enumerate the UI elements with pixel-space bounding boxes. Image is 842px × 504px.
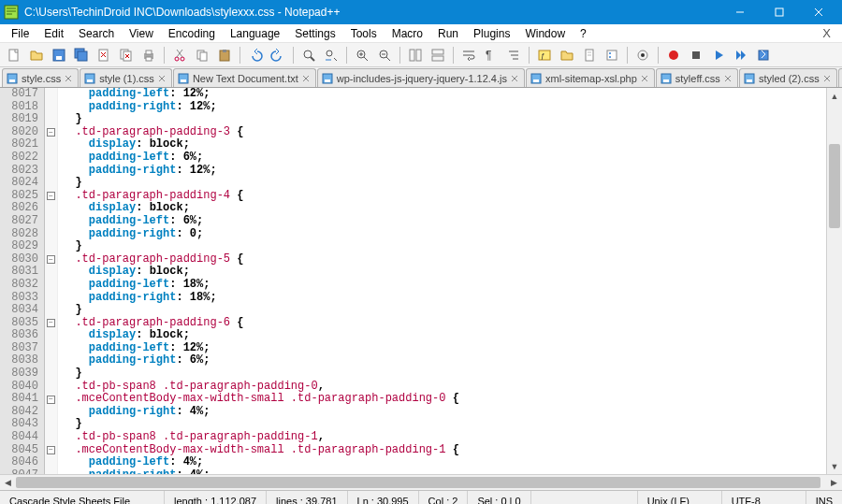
tab-close-icon[interactable] (65, 73, 72, 84)
save-all-icon[interactable] (71, 45, 92, 65)
menubar-close-icon[interactable]: X (815, 24, 838, 42)
menu-item-run[interactable]: Run (430, 25, 466, 42)
tabbar: style.cssstyle (1).cssNew Text Document.… (0, 67, 842, 88)
open-file-icon[interactable] (26, 45, 47, 65)
monitor-icon[interactable] (632, 45, 653, 65)
replace-icon[interactable] (321, 45, 341, 65)
menu-item-encoding[interactable]: Encoding (161, 25, 223, 42)
sync-hscroll-icon[interactable] (428, 45, 448, 65)
menu-item-search[interactable]: Search (71, 25, 122, 42)
svg-rect-27 (223, 50, 226, 52)
menu-item-tools[interactable]: Tools (343, 25, 385, 42)
sync-vscroll-icon[interactable] (405, 45, 426, 65)
vertical-scrollbar[interactable]: ▲ ▼ (826, 88, 842, 474)
svg-text:ƒ: ƒ (541, 51, 544, 60)
tab-close-icon[interactable] (823, 73, 831, 84)
undo-icon[interactable] (245, 45, 266, 65)
file-icon (178, 72, 189, 84)
svg-rect-18 (146, 50, 152, 54)
scroll-right-icon[interactable]: ▶ (826, 475, 842, 491)
paste-icon[interactable] (214, 45, 235, 65)
tab-label: styled (2).css (759, 73, 820, 84)
code-area[interactable]: padding-left: 12%; padding-right: 12%; }… (58, 88, 826, 474)
svg-rect-68 (181, 79, 186, 82)
file-icon (84, 72, 95, 84)
play-macro-icon[interactable] (708, 45, 729, 65)
function-list-icon[interactable] (602, 45, 622, 65)
show-all-chars-icon[interactable]: ¶ (481, 45, 501, 65)
scroll-up-icon[interactable]: ▲ (827, 88, 842, 104)
menu-item-window[interactable]: Window (517, 25, 573, 42)
tab-item[interactable]: style (1).css (80, 68, 172, 87)
svg-rect-2 (776, 8, 783, 16)
svg-rect-39 (416, 50, 421, 61)
find-icon[interactable] (298, 45, 319, 65)
svg-text:¶: ¶ (486, 49, 491, 62)
svg-point-30 (327, 50, 332, 56)
menu-item-plugins[interactable]: Plugins (466, 25, 517, 42)
fold-column[interactable]: −−−−−− (45, 88, 58, 474)
menu-item-settings[interactable]: Settings (287, 25, 342, 42)
zoom-out-icon[interactable] (374, 45, 395, 65)
toolbar-separator (164, 47, 165, 64)
close-all-icon[interactable] (116, 45, 137, 65)
menu-item-macro[interactable]: Macro (385, 25, 430, 42)
menu-item-language[interactable]: Language (223, 25, 287, 42)
hscroll-thumb[interactable] (16, 477, 820, 488)
save-macro-icon[interactable] (753, 45, 774, 65)
menu-item-edit[interactable]: Edit (36, 25, 71, 42)
minimize-button[interactable] (720, 0, 760, 24)
redo-icon[interactable] (268, 45, 288, 65)
tab-item[interactable]: New Text Document.txt (173, 68, 316, 87)
save-icon[interactable] (49, 45, 69, 65)
tab-label: style.css (22, 73, 61, 84)
svg-point-21 (181, 57, 184, 61)
tab-label: xml-sitemap-xsl.php (545, 73, 637, 84)
menu-item-file[interactable]: File (4, 25, 36, 42)
folder-as-workspace-icon[interactable] (557, 45, 577, 65)
stop-macro-icon[interactable] (686, 45, 706, 65)
menu-item-[interactable]: ? (573, 25, 594, 42)
menu-item-view[interactable]: View (122, 25, 161, 42)
status-lines: lines : 39,781 (267, 491, 347, 504)
scrollbar-thumb[interactable] (829, 144, 840, 228)
status-sel: Sel : 0 | 0 (468, 491, 530, 504)
zoom-in-icon[interactable] (352, 45, 372, 65)
tab-close-icon[interactable] (511, 73, 518, 84)
svg-point-53 (609, 56, 611, 58)
tab-close-icon[interactable] (158, 73, 166, 84)
tab-item[interactable]: styleff.css (656, 68, 738, 87)
tab-close-icon[interactable] (302, 73, 310, 84)
tab-item[interactable]: wp-includes-js-jquery-jquery-1.12.4.js (317, 68, 525, 87)
print-icon[interactable] (138, 45, 159, 65)
svg-rect-51 (607, 50, 617, 60)
maximize-button[interactable] (760, 0, 799, 24)
play-multi-icon[interactable] (731, 45, 751, 65)
tab-close-icon[interactable] (724, 73, 732, 84)
doc-map-icon[interactable] (579, 45, 600, 65)
tab-item[interactable]: styled (2).css (739, 68, 837, 87)
scroll-left-icon[interactable]: ◀ (0, 475, 16, 491)
horizontal-scrollbar[interactable]: ◀ ▶ (0, 474, 842, 490)
wordwrap-icon[interactable] (458, 45, 479, 65)
tab-item[interactable]: xml-sitemap-xsl.php (526, 68, 655, 87)
tab-item[interactable]: style.css (2, 68, 79, 87)
window-title: C:\Users\TechinDroid INC\Downloads\style… (24, 6, 720, 19)
svg-rect-7 (56, 56, 62, 60)
cut-icon[interactable] (169, 45, 190, 65)
new-file-icon[interactable] (4, 45, 24, 65)
tab-item[interactable]: indexd.php (838, 68, 842, 87)
titlebar: C:\Users\TechinDroid INC\Downloads\style… (0, 0, 842, 24)
toolbar-separator (293, 47, 294, 64)
copy-icon[interactable] (192, 45, 212, 65)
record-macro-icon[interactable] (663, 45, 684, 65)
tab-close-icon[interactable] (641, 73, 648, 84)
status-spacer (531, 491, 638, 504)
svg-rect-40 (432, 50, 443, 54)
scroll-down-icon[interactable]: ▼ (827, 458, 842, 474)
close-file-icon[interactable] (94, 45, 114, 65)
svg-point-20 (175, 57, 179, 61)
indent-guide-icon[interactable] (503, 45, 524, 65)
lang-icon[interactable]: ƒ (534, 45, 555, 65)
close-button[interactable] (799, 0, 838, 24)
